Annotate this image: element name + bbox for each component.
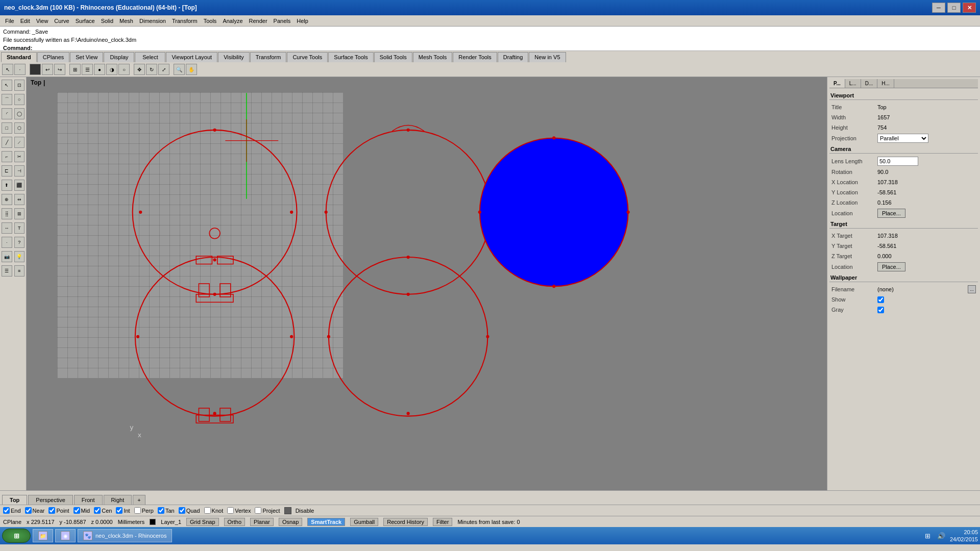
menu-item-analyze[interactable]: Analyze (219, 17, 246, 25)
tb-pan-icon[interactable]: ✋ (186, 64, 197, 75)
osnap-mid-checkbox[interactable] (74, 507, 80, 514)
menu-item-mesh[interactable]: Mesh (116, 17, 136, 25)
osnap-tan-checkbox[interactable] (158, 507, 164, 514)
menu-item-surface[interactable]: Surface (72, 17, 98, 25)
menu-item-file[interactable]: File (2, 17, 17, 25)
osnap-perp-checkbox[interactable] (134, 507, 141, 514)
toolbar-tab-4[interactable]: Select (135, 52, 165, 62)
menu-item-panels[interactable]: Panels (271, 17, 294, 25)
viewport-area[interactable]: Top | (27, 77, 827, 490)
taskbar-app-explorer[interactable]: 📁 (33, 529, 53, 542)
menu-item-dimension[interactable]: Dimension (136, 17, 169, 25)
tb-snap-icon[interactable]: ⊞ (69, 64, 81, 75)
taskbar-app-rhino[interactable]: 🐾 neo_clock.3dm - Rhinoceros (78, 529, 172, 542)
vp-tab-top[interactable]: Top (2, 495, 27, 505)
lt-curve-icon[interactable]: ⌒ (2, 94, 12, 105)
menu-item-render[interactable]: Render (246, 17, 271, 25)
smarttrack-button[interactable]: SmartTrack (307, 518, 345, 526)
start-button[interactable]: ⊞ (2, 529, 31, 543)
rp-tab-display[interactable]: D... (861, 79, 878, 88)
rp-tab-help[interactable]: H... (877, 79, 894, 88)
lt-line-icon[interactable]: ╱ (2, 137, 12, 148)
toolbar-tab-10[interactable]: Solid Tools (374, 52, 412, 62)
lt-surface-icon[interactable]: ⬛ (14, 180, 25, 191)
tb-shade-icon[interactable]: ◑ (106, 64, 117, 75)
toolbar-tab-3[interactable]: Display (104, 52, 134, 62)
tb-fill-icon[interactable] (30, 64, 41, 75)
tb-move-icon[interactable]: ✥ (134, 64, 145, 75)
tb-rotate-icon[interactable]: ↻ (146, 64, 157, 75)
tray-network-icon[interactable]: ⊞ (923, 531, 933, 540)
vp-tab-add[interactable]: + (133, 495, 145, 505)
lt-light-icon[interactable]: 💡 (14, 251, 25, 262)
osnap-point-checkbox[interactable] (48, 507, 55, 514)
osnap-project-checkbox[interactable] (255, 507, 261, 514)
toolbar-tab-0[interactable]: Standard (1, 52, 37, 62)
menu-item-solid[interactable]: Solid (98, 17, 116, 25)
menu-item-curve[interactable]: Curve (51, 17, 72, 25)
lt-pline-icon[interactable]: ⟋ (14, 137, 25, 148)
toolbar-tab-1[interactable]: CPlanes (37, 52, 70, 62)
lt-select-icon[interactable]: ↖ (2, 80, 12, 91)
grid-snap-button[interactable]: Grid Snap (186, 518, 219, 526)
vp-tab-perspective[interactable]: Perspective (28, 495, 72, 505)
lt-fillet-icon[interactable]: ⌐ (2, 151, 12, 162)
menu-item-view[interactable]: View (33, 17, 52, 25)
lt-poly-icon[interactable]: ⬡ (14, 122, 25, 134)
taskbar-app-chrome[interactable]: ◉ (55, 529, 76, 542)
lt-rect-icon[interactable]: □ (2, 122, 12, 134)
rp-filename-browse[interactable]: ... (968, 285, 976, 293)
gumball-button[interactable]: Gumball (350, 518, 378, 526)
menu-item-transform[interactable]: Transform (169, 17, 201, 25)
ortho-button[interactable]: Ortho (224, 518, 246, 526)
rp-gray-checkbox[interactable] (877, 307, 884, 313)
record-history-button[interactable]: Record History (383, 518, 428, 526)
osnap-near-checkbox[interactable] (25, 507, 32, 514)
tray-volume-icon[interactable]: 🔊 (937, 531, 946, 540)
tb-undo-icon[interactable]: ↩ (42, 64, 53, 75)
toolbar-tab-2[interactable]: Set View (70, 52, 103, 62)
toolbar-tab-13[interactable]: Drafting (498, 52, 529, 62)
rp-place-button[interactable]: Place... (877, 209, 905, 218)
lt-arc-icon[interactable]: ◜ (2, 108, 12, 119)
tb-layer-icon[interactable]: ☰ (82, 64, 93, 75)
lt-circle-icon[interactable]: ○ (14, 94, 25, 105)
menu-item-edit[interactable]: Edit (17, 17, 33, 25)
tb-point-icon[interactable]: · (14, 64, 26, 75)
rp-target-place-button[interactable]: Place... (877, 262, 905, 271)
lt-offset-icon[interactable]: ⊏ (2, 165, 12, 177)
rp-tab-layers[interactable]: L... (845, 79, 861, 88)
toolbar-tab-7[interactable]: Transform (250, 52, 287, 62)
toolbar-tab-5[interactable]: Viewport Layout (166, 52, 217, 62)
lt-analyze-icon[interactable]: ? (14, 237, 25, 248)
lt-split-icon[interactable]: ⊣ (14, 165, 25, 177)
lt-point-icon[interactable]: · (2, 237, 12, 248)
toolbar-tab-9[interactable]: Surface Tools (328, 52, 373, 62)
system-clock[interactable]: 20:05 24/02/2015 (950, 529, 978, 543)
osnap-quad-checkbox[interactable] (179, 507, 185, 514)
vp-tab-right[interactable]: Right (104, 495, 132, 505)
toolbar-tab-6[interactable]: Visibility (218, 52, 250, 62)
toolbar-tab-14[interactable]: New in V5 (529, 52, 566, 62)
lt-group-icon[interactable]: ⊞ (14, 208, 25, 219)
close-button[interactable]: ✕ (963, 3, 976, 13)
lt-text-icon[interactable]: T (14, 222, 25, 234)
tb-select-icon[interactable]: ↖ (2, 64, 13, 75)
rp-lens-input[interactable] (877, 157, 918, 166)
osnap-int-checkbox[interactable] (116, 507, 122, 514)
tb-zoom-icon[interactable]: 🔍 (174, 64, 185, 75)
toolbar-tab-8[interactable]: Curve Tools (287, 52, 328, 62)
filter-button[interactable]: Filter (433, 518, 452, 526)
rp-show-checkbox[interactable] (877, 296, 884, 303)
lt-mirror-icon[interactable]: ⇔ (14, 194, 25, 205)
planar-button[interactable]: Planar (250, 518, 274, 526)
lt-camera-icon[interactable]: 📷 (2, 251, 12, 262)
lt-array-icon[interactable]: ⣿ (2, 208, 12, 219)
osnap-vertex-checkbox[interactable] (227, 507, 234, 514)
lt-extrude-icon[interactable]: ⬆ (2, 180, 12, 191)
lt-layer-icon[interactable]: ☰ (2, 265, 12, 277)
toolbar-tab-12[interactable]: Render Tools (453, 52, 497, 62)
minimize-button[interactable]: ─ (932, 3, 945, 13)
lt-boolean-icon[interactable]: ⊕ (2, 194, 12, 205)
tb-scale-icon[interactable]: ⤢ (158, 64, 169, 75)
